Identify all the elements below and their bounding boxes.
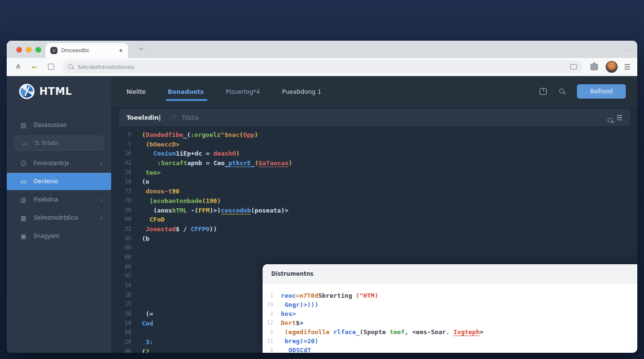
code-text: (2 xyxy=(138,347,150,353)
extensions-icon[interactable] xyxy=(589,62,599,72)
primary-action-button[interactable]: Balhood xyxy=(577,84,626,99)
line-number: 1 xyxy=(263,291,273,300)
line-number: 18 xyxy=(117,291,131,300)
line-number: 80 xyxy=(117,262,131,272)
line-number: 19 xyxy=(263,300,273,309)
code-line: 28teo> xyxy=(117,168,637,178)
minimize-window-button[interactable] xyxy=(26,47,32,53)
tab-overview-icon[interactable] xyxy=(570,64,577,69)
sidebar-item-dasaxussao[interactable]: ▤Dasaxussao xyxy=(7,116,111,134)
line-number: 88 xyxy=(117,347,131,353)
sidebar-nav: ▤Dasaxussao▱S: hrlatn☺Fovsrstantrjs›▭Oen… xyxy=(7,116,111,246)
doc-icon: ▱ xyxy=(21,140,29,147)
code-line: 68 xyxy=(117,253,637,262)
line-number: 88 xyxy=(117,328,131,337)
panel-code-editor[interactable]: 1reoc=n7T0dSbrerting ("HTM)19Gngr)>)))2h… xyxy=(263,283,637,353)
back-arrow-icon[interactable]: ↩ xyxy=(30,62,39,72)
heart-icon[interactable]: ♡ xyxy=(171,114,177,121)
line-number: 16 xyxy=(117,149,131,158)
line-number: 1 xyxy=(117,140,131,149)
code-line: 2ODSCdT xyxy=(263,346,637,353)
sidebar-item-oenlenio[interactable]: ▭Oenlenio xyxy=(7,173,111,190)
sidebar-item-label: Fovsrstantrjs xyxy=(34,160,94,167)
browser-menu-icon[interactable]: ☰ xyxy=(624,63,631,71)
main-area: NieliteBonaduetsPizuerlog*4Pueabdong 1 B… xyxy=(111,76,637,353)
code-text: (anoshTML -(FFM)>)coscodob(poseata)> xyxy=(138,206,288,215)
panel-header: Distrumentns * * xyxy=(263,264,637,283)
line-number: 10 xyxy=(117,281,131,291)
nav-tab-nielite[interactable]: Nielite xyxy=(126,78,147,106)
address-bar[interactable]: Sotcidstfcknsitctionsto xyxy=(62,60,583,73)
zoom-window-button[interactable] xyxy=(35,47,41,53)
app-logo[interactable]: HTML xyxy=(7,76,111,106)
card-icon: ▭ xyxy=(19,178,28,185)
browser-toolbar: ≛ ↩ Sotcidstfcknsitctionsto ☰ xyxy=(7,58,637,76)
code-line: 5(Dandodfibe_(:orgoelz"$nac(Opp) xyxy=(117,130,637,140)
line-number: 2 xyxy=(263,309,273,318)
code-line: 32Jooestad$ / CFFPO)) xyxy=(117,224,637,234)
line-number: 95 xyxy=(117,271,131,281)
browser-window: Dmceasdtic ★ m - ⌄ ≛ ↩ Sotcidstfcknsitct… xyxy=(7,41,637,353)
tab-favicon-icon xyxy=(50,47,58,54)
nav-tab-pueabdong-1[interactable]: Pueabdong 1 xyxy=(281,78,322,106)
line-number: 11 xyxy=(263,337,273,346)
sidebar-item-fovsrstantrjs[interactable]: ☺Fovsrstantrjs› xyxy=(7,155,111,172)
tab-title: Dmceasdtic xyxy=(61,48,115,53)
panel-title: Distrumentns xyxy=(271,270,313,277)
browser-tab[interactable]: Dmceasdtic ★ xyxy=(46,43,128,58)
code-line: 1(bOeeccD> xyxy=(117,140,637,149)
code-text: CFoD xyxy=(138,215,164,224)
download-icon[interactable]: ≛ xyxy=(13,62,23,72)
line-number: 20 xyxy=(117,206,131,215)
code-text: (bOeeccD> xyxy=(138,140,179,149)
new-tab-button[interactable]: m - xyxy=(139,46,148,51)
floating-code-panel: Distrumentns * * 1reoc=n7T0dSbrerting ("… xyxy=(263,264,637,353)
editor-title: Toeelxdin| xyxy=(126,114,161,121)
line-number: 32 xyxy=(117,224,131,234)
line-number: 15 xyxy=(117,300,131,309)
code-text: Cod xyxy=(138,319,153,328)
chevron-right-icon: › xyxy=(100,196,103,203)
new-window-icon[interactable] xyxy=(46,62,56,72)
code-text: Cooiun1iEp+dc = deashO) xyxy=(138,149,240,158)
bookmark-star-icon[interactable]: ★ xyxy=(118,47,123,54)
line-number: 58 xyxy=(117,319,131,328)
sidebar-item-label: Oenlenio xyxy=(34,178,103,185)
code-text: (Dandodfibe_(:orgoelz"$nac(Opp) xyxy=(138,130,258,140)
code-line: 2(egedifoolle rlface_(Spopte teef, <ees-… xyxy=(263,327,637,337)
code-text: (= xyxy=(138,309,153,319)
window-controls xyxy=(16,47,41,53)
line-number: 5 xyxy=(117,130,131,140)
save-icon[interactable] xyxy=(539,87,547,96)
line-number: 68 xyxy=(117,253,131,262)
code-text: [ecobaotonbade(190) xyxy=(138,196,221,206)
code-line: 88 xyxy=(117,243,637,253)
clipboard-icon: ▤ xyxy=(19,122,28,129)
profile-avatar[interactable] xyxy=(606,61,618,73)
code-line: 92:Sorcaftapnb = Ceo_ptkcrE_(GaTaocas) xyxy=(117,158,637,168)
nav-search-icon[interactable] xyxy=(558,87,566,96)
close-window-button[interactable] xyxy=(16,47,22,53)
top-navigation: NieliteBonaduetsPizuerlog*4Pueabdong 1 B… xyxy=(111,76,637,107)
code-line: 2hos> xyxy=(263,309,637,318)
sidebar-item-label: Dasaxussao xyxy=(34,122,103,128)
code-line: 78[ecobaotonbade(190) xyxy=(117,196,637,206)
code-text: breg)>20) xyxy=(281,337,318,346)
sidebar-item-fisebdna[interactable]: ▥Fisebdna› xyxy=(7,191,111,208)
window-icon: ▣ xyxy=(19,233,28,240)
line-number: 88 xyxy=(117,243,131,253)
sidebar-item-selmstredrtdicis[interactable]: ▦Selmstredrtdicis› xyxy=(7,209,111,226)
line-number: 18 xyxy=(117,177,131,187)
desktop-background: Dmceasdtic ★ m - ⌄ ≛ ↩ Sotcidstfcknsitct… xyxy=(0,0,644,359)
nav-tab-pizuerlog-4[interactable]: Pizuerlog*4 xyxy=(225,78,261,106)
line-number: 12 xyxy=(263,318,273,327)
sidebar-item-snagyam[interactable]: ▣Snagyam xyxy=(7,227,111,245)
editor-menu-icon[interactable]: ☰ xyxy=(616,114,622,122)
sidebar-item-s-hrlatn[interactable]: ▱S: hrlatn xyxy=(14,135,104,151)
code-line: 00CFoD xyxy=(117,215,637,224)
tabstrip-caret-icon[interactable]: ⌄ xyxy=(625,46,629,52)
code-text: Jooestad$ / CFFPO)) xyxy=(138,224,217,234)
logo-text: HTML xyxy=(39,86,72,97)
archive-icon: ▥ xyxy=(19,196,28,203)
nav-tab-bonaduets[interactable]: Bonaduets xyxy=(167,78,205,106)
